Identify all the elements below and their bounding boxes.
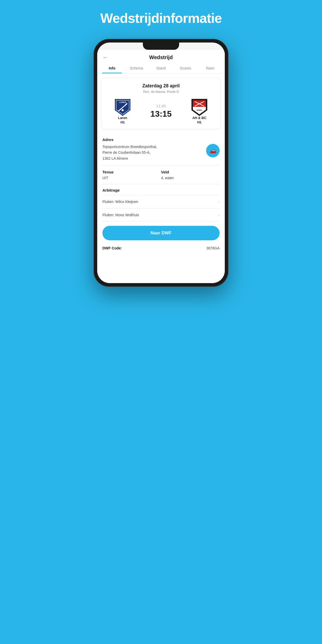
app-header: ← Wedstrijd bbox=[97, 50, 225, 63]
svg-text:LAREN: LAREN bbox=[119, 101, 126, 103]
phone-notch bbox=[143, 43, 179, 50]
score-main: 13:15 bbox=[150, 109, 172, 119]
veld-label: Veld bbox=[161, 170, 220, 174]
home-team-name: Laren H1 bbox=[118, 116, 127, 125]
svg-point-4 bbox=[122, 109, 124, 111]
tab-scores[interactable]: Scores bbox=[173, 63, 198, 73]
address-text: Topsportcentrum Breedtesporthal, Pierre … bbox=[102, 144, 204, 161]
veld-value: 4, water bbox=[161, 176, 220, 180]
laren-logo: LAREN bbox=[114, 98, 132, 116]
match-teams: LAREN Laren H1 bbox=[106, 98, 216, 125]
tab-stand[interactable]: Stand bbox=[149, 63, 173, 73]
address-row: Topsportcentrum Breedtesporthal, Pierre … bbox=[102, 144, 220, 161]
match-card: Zaterdag 28 april Res. 4e klasse, Poule … bbox=[101, 78, 221, 129]
page-title: Wedstrijdinformatie bbox=[100, 10, 222, 26]
divider-5 bbox=[102, 221, 220, 222]
tab-schema[interactable]: Schema bbox=[124, 63, 149, 73]
tenue-veld-row: Tenue UIT Veld 4, water bbox=[97, 166, 225, 184]
phone-screen: ← Wedstrijd Info Schema Stand Scores Tea… bbox=[97, 43, 225, 283]
home-team-block: LAREN Laren H1 bbox=[108, 98, 137, 125]
dwf-code-value: 3876GA bbox=[206, 246, 220, 250]
back-button[interactable]: ← bbox=[102, 54, 108, 61]
veld-item: Veld 4, water bbox=[161, 170, 220, 180]
tabs-bar: Info Schema Stand Scores Team bbox=[97, 63, 225, 74]
phone-frame: ← Wedstrijd Info Schema Stand Scores Tea… bbox=[94, 39, 228, 287]
score-time: 11:45 bbox=[156, 104, 166, 108]
tenue-item: Tenue UIT bbox=[102, 170, 161, 180]
chevron-right-icon-1: › bbox=[218, 199, 220, 204]
chevron-right-icon-2: › bbox=[218, 213, 220, 217]
score-block: 11:45 13:15 bbox=[150, 104, 172, 119]
address-label: Adres bbox=[102, 137, 220, 142]
arbitrage-label: Arbitrage bbox=[102, 188, 220, 192]
away-team-block: ah&bc AH & BC H1 bbox=[185, 98, 214, 125]
match-league: Res. 4e klasse, Poule D bbox=[106, 90, 216, 94]
navigation-button[interactable]: 🚗 bbox=[206, 144, 220, 157]
ahbc-logo: ah&bc bbox=[190, 98, 208, 116]
arbitrage-item-2-text: Fluiten: Moos Wolthuis bbox=[102, 213, 139, 217]
arbitrage-section-header: Arbitrage bbox=[97, 184, 225, 195]
dwf-button[interactable]: Naar DWF bbox=[102, 226, 220, 240]
svg-text:ah&bc: ah&bc bbox=[197, 109, 202, 111]
tab-info[interactable]: Info bbox=[100, 63, 124, 73]
dwf-code-label: DWF Code: bbox=[102, 246, 122, 250]
match-date: Zaterdag 28 april bbox=[106, 83, 216, 89]
dwf-code-row: DWF Code: 3876GA bbox=[97, 243, 225, 256]
app-content: ← Wedstrijd Info Schema Stand Scores Tea… bbox=[97, 50, 225, 283]
arbitrage-item-2[interactable]: Fluiten: Moos Wolthuis › bbox=[97, 208, 225, 221]
away-team-name: AH & BC H1 bbox=[192, 116, 206, 125]
header-title: Wedstrijd bbox=[149, 54, 173, 60]
arbitrage-item-1-text: Fluiten: Wilco Kleijnen bbox=[102, 200, 138, 204]
arbitrage-item-1[interactable]: Fluiten: Wilco Kleijnen › bbox=[97, 195, 225, 208]
car-icon: 🚗 bbox=[209, 147, 216, 154]
address-section: Adres Topsportcentrum Breedtesporthal, P… bbox=[97, 133, 225, 165]
tab-team[interactable]: Team bbox=[198, 63, 222, 73]
tenue-label: Tenue bbox=[102, 170, 161, 174]
tenue-value: UIT bbox=[102, 176, 161, 180]
